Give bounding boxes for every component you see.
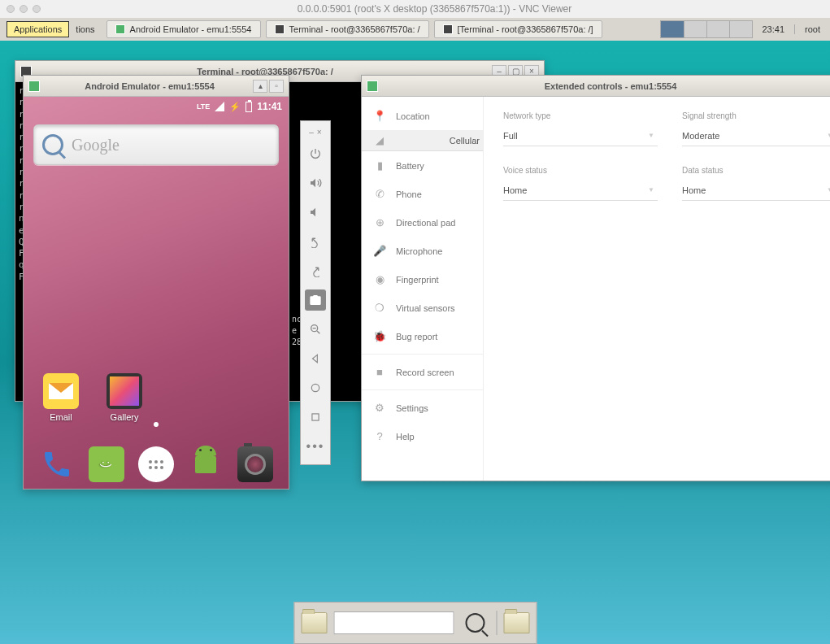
battery-icon [246, 102, 252, 112]
nav-bugreport[interactable]: 🐞Bug report [362, 322, 483, 350]
mac-close-dot[interactable] [7, 5, 15, 13]
extended-body: 📍Location ◢Cellular ▮Battery ✆Phone ⊕Dir… [362, 97, 830, 481]
nav-battery[interactable]: ▮Battery [362, 151, 483, 180]
nav-dpad[interactable]: ⊕Directional pad [362, 208, 483, 237]
search-placeholder: Google [72, 136, 120, 154]
caret-icon: ▼ [827, 132, 830, 139]
signal-strength-select[interactable]: Moderate▼ [682, 125, 830, 146]
applications-menu[interactable]: Applications [7, 21, 69, 37]
field-voice-status: Voice status Home▼ [503, 166, 658, 201]
record-icon: ■ [373, 366, 386, 378]
more-button[interactable]: ••• [302, 432, 329, 461]
min-button[interactable]: ▫ [269, 80, 284, 93]
data-status-select[interactable]: Home▼ [682, 180, 830, 201]
workspace-switcher[interactable] [660, 20, 753, 38]
app-gallery[interactable]: Gallery [103, 373, 146, 422]
taskbar-task-terminal[interactable]: Terminal - root@3365867f570a: / [266, 20, 429, 38]
desktop: Applications tions Android Emulator - em… [0, 18, 830, 644]
mac-min-dot[interactable] [20, 5, 28, 13]
volume-down-button[interactable] [302, 198, 329, 227]
nav-label: Virtual sensors [396, 303, 455, 313]
nav-label: Location [396, 111, 430, 121]
dock-camera[interactable] [234, 446, 276, 482]
battery-charging-icon: ⚡ [229, 102, 241, 112]
field-label: Data status [682, 166, 830, 175]
extended-controls-window[interactable]: Extended controls - emu1:5554 ▴ 📍Locatio… [361, 75, 830, 481]
task-label: Terminal - root@3365867f570a: / [289, 24, 420, 34]
mac-max-dot[interactable] [33, 5, 41, 13]
nav-sensors[interactable]: ❍Virtual sensors [362, 294, 483, 322]
extended-titlebar[interactable]: Extended controls - emu1:5554 ▴ [362, 76, 830, 97]
emulator-icon [28, 80, 40, 92]
dock-all-apps[interactable] [135, 446, 177, 482]
toolbar-close[interactable]: × [317, 128, 322, 137]
nav-microphone[interactable]: 🎤Microphone [362, 237, 483, 265]
volume-up-button[interactable] [302, 168, 329, 198]
nav-location[interactable]: 📍Location [362, 102, 483, 130]
android-icon [188, 446, 224, 482]
task-label: Android Emulator - emu1:5554 [130, 24, 252, 34]
network-type-select[interactable]: Full▼ [503, 125, 658, 146]
search-icon[interactable] [465, 613, 485, 633]
field-signal-strength: Signal strength Moderate▼ [682, 111, 830, 146]
android-screen[interactable]: LTE ⚡ 11:41 Google Email Gallery [24, 97, 289, 489]
app-label: Gallery [111, 412, 139, 422]
nav-fingerprint[interactable]: ◉Fingerprint [362, 265, 483, 294]
nav-label: Microphone [396, 246, 442, 256]
emulator-title: Android Emulator - emu1:5554 [46, 81, 253, 91]
sensors-icon: ❍ [373, 302, 386, 314]
taskbar-task-terminal2[interactable]: [Terminal - root@3365867f570a: /] [434, 20, 602, 38]
extended-title: Extended controls - emu1:5554 [385, 81, 830, 91]
android-dock [24, 446, 289, 482]
file-manager-dock [293, 602, 537, 644]
back-button[interactable] [302, 344, 329, 373]
power-button[interactable] [302, 139, 329, 168]
fingerprint-icon: ◉ [373, 273, 386, 285]
pin-button[interactable]: ▴ [253, 80, 267, 93]
cellular-icon: ◢ [373, 134, 386, 146]
field-label: Network type [503, 111, 658, 120]
overview-button[interactable] [302, 402, 329, 432]
home-button[interactable] [302, 373, 329, 402]
terminal-fragment: nc e 28 [290, 312, 298, 350]
nav-label: Fingerprint [396, 275, 439, 285]
extended-nav: 📍Location ◢Cellular ▮Battery ✆Phone ⊕Dir… [362, 97, 484, 481]
nav-help[interactable]: ?Help [362, 422, 483, 450]
zoom-button[interactable] [302, 315, 329, 344]
screenshot-button[interactable] [305, 289, 326, 311]
field-label: Voice status [503, 166, 658, 175]
nav-cellular[interactable]: ◢Cellular [362, 130, 483, 151]
divider [496, 611, 497, 635]
toolbar-min[interactable]: – [309, 128, 314, 137]
folder-icon[interactable] [503, 612, 529, 633]
caret-icon: ▼ [827, 186, 830, 194]
dock-messages[interactable] [85, 446, 128, 482]
signal-icon [215, 102, 224, 111]
nav-label: Battery [396, 161, 424, 171]
nav-record[interactable]: ■Record screen [362, 358, 483, 386]
nav-label: Help [396, 432, 415, 442]
nav-settings[interactable]: ⚙Settings [362, 394, 483, 422]
nav-phone[interactable]: ✆Phone [362, 180, 483, 208]
dock-android[interactable] [185, 446, 227, 482]
rotate-left-button[interactable] [302, 227, 329, 256]
emulator-window[interactable]: Android Emulator - emu1:5554 ▴ ▫ LTE ⚡ 1… [23, 75, 289, 490]
emulator-titlebar[interactable]: Android Emulator - emu1:5554 ▴ ▫ [24, 76, 289, 97]
folder-icon[interactable] [301, 612, 327, 633]
phone-icon [39, 446, 75, 482]
path-input[interactable] [333, 611, 454, 634]
messages-icon [89, 446, 124, 482]
voice-status-select[interactable]: Home▼ [503, 180, 658, 201]
dock-phone[interactable] [36, 446, 78, 482]
caret-icon: ▼ [648, 186, 654, 194]
select-value: Moderate [682, 131, 719, 141]
google-search-widget[interactable]: Google [33, 124, 279, 165]
app-email[interactable]: Email [40, 373, 82, 422]
phone-icon: ✆ [373, 188, 386, 200]
rotate-right-button[interactable] [302, 256, 329, 285]
android-statusbar: LTE ⚡ 11:41 [24, 97, 289, 116]
taskbar-task-emulator[interactable]: Android Emulator - emu1:5554 [106, 20, 261, 38]
taskbar-user[interactable]: root [794, 24, 830, 34]
mic-icon: 🎤 [373, 245, 386, 257]
nav-label: Bug report [396, 332, 437, 342]
